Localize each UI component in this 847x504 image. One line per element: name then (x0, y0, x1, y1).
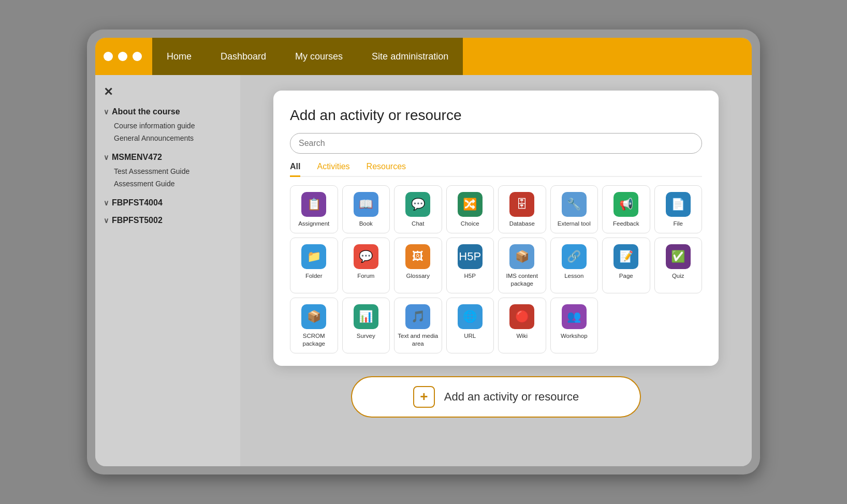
item-card-ims-content-package[interactable]: 📦IMS content package (498, 238, 546, 293)
item-card-chat[interactable]: 💬Chat (394, 185, 442, 233)
add-button-label: Add an activity or resource (444, 390, 579, 404)
item-icon-text-and-media-area: 🎵 (405, 304, 430, 329)
item-card-h5p[interactable]: H5PH5P (446, 238, 494, 293)
item-card-workshop[interactable]: 👥Workshop (550, 298, 598, 353)
item-label-h5p: H5P (464, 272, 476, 280)
item-icon-forum: 💬 (354, 244, 378, 269)
main-area: ✕ ∨ About the course Course information … (95, 75, 752, 466)
item-card-forum[interactable]: 💬Forum (342, 238, 390, 293)
sidebar-heading-msmenv[interactable]: ∨ MSMENV472 (104, 153, 232, 162)
content-pane: Add an activity or resource All Activiti… (240, 75, 752, 466)
sidebar-heading-fbpfst5002-label: FBPFST5002 (112, 216, 163, 225)
item-icon-external-tool: 🔧 (562, 192, 587, 217)
item-label-file: File (673, 220, 683, 228)
screen-inner: Home Dashboard My courses Site administr… (95, 38, 752, 466)
sidebar-heading-fbpfst4004[interactable]: ∨ FBPFST4004 (104, 198, 232, 207)
nav-my-courses[interactable]: My courses (281, 38, 357, 75)
item-card-choice[interactable]: 🔀Choice (446, 185, 494, 233)
chevron-msmenv: ∨ (104, 153, 109, 161)
tab-resources[interactable]: Resources (367, 162, 406, 177)
item-label-page: Page (619, 272, 633, 280)
sidebar-heading-msmenv-label: MSMENV472 (112, 153, 162, 162)
chevron-about: ∨ (104, 108, 109, 116)
sidebar-section-fbpfst4004: ∨ FBPFST4004 (104, 198, 232, 207)
item-label-chat: Chat (412, 220, 424, 228)
topbar: Home Dashboard My courses Site administr… (95, 38, 752, 75)
search-input[interactable] (290, 133, 702, 154)
item-label-forum: Forum (357, 272, 374, 280)
sidebar-link-test-assessment[interactable]: Test Assessment Guide (104, 165, 232, 177)
chevron-fbpfst5002: ∨ (104, 216, 109, 225)
item-icon-choice: 🔀 (458, 192, 483, 217)
item-label-glossary: Glossary (406, 272, 430, 280)
item-card-text-and-media-area[interactable]: 🎵Text and media area (394, 298, 442, 353)
item-icon-h5p: H5P (458, 244, 483, 269)
item-label-folder: Folder (305, 272, 323, 280)
item-icon-ims-content-package: 📦 (509, 244, 534, 269)
dot1 (104, 52, 113, 61)
item-icon-survey: 📊 (354, 304, 378, 329)
item-card-url[interactable]: 🌐URL (446, 298, 494, 353)
tab-all[interactable]: All (290, 162, 300, 177)
nav-dashboard[interactable]: Dashboard (206, 38, 281, 75)
item-icon-glossary: 🖼 (405, 244, 430, 269)
item-card-assignment[interactable]: 📋Assignment (290, 185, 338, 233)
item-label-assignment: Assignment (298, 220, 329, 228)
item-card-wiki[interactable]: 🔴Wiki (498, 298, 546, 353)
item-icon-book: 📖 (354, 192, 378, 217)
sidebar-heading-about[interactable]: ∨ About the course (104, 107, 232, 116)
item-card-page[interactable]: 📝Page (602, 238, 650, 293)
item-label-url: URL (464, 332, 476, 340)
item-label-wiki: Wiki (516, 332, 528, 340)
item-label-workshop: Workshop (561, 332, 588, 340)
items-grid: 📋Assignment📖Book💬Chat🔀Choice🗄Database🔧Ex… (290, 185, 702, 353)
item-icon-lesson: 🔗 (562, 244, 587, 269)
item-icon-file: 📄 (666, 192, 691, 217)
nav-site-admin[interactable]: Site administration (357, 38, 463, 75)
dot2 (118, 52, 127, 61)
window-controls (104, 52, 142, 61)
nav-home[interactable]: Home (152, 38, 206, 75)
sidebar-heading-fbpfst5002[interactable]: ∨ FBPFST5002 (104, 216, 232, 225)
tab-activities[interactable]: Activities (317, 162, 349, 177)
add-activity-button[interactable]: + Add an activity or resource (351, 376, 641, 418)
activity-modal: Add an activity or resource All Activiti… (273, 91, 719, 366)
item-card-glossary[interactable]: 🖼Glossary (394, 238, 442, 293)
sidebar-heading-fbpfst4004-label: FBPFST4004 (112, 198, 163, 207)
close-button[interactable]: ✕ (104, 85, 113, 99)
item-label-quiz: Quiz (672, 272, 684, 280)
sidebar: ✕ ∨ About the course Course information … (95, 75, 240, 466)
item-label-feedback: Feedback (613, 220, 639, 228)
item-card-survey[interactable]: 📊Survey (342, 298, 390, 353)
sidebar-link-assessment-guide[interactable]: Assessment Guide (104, 177, 232, 190)
item-icon-quiz: ✅ (666, 244, 691, 269)
item-icon-workshop: 👥 (562, 304, 587, 329)
item-label-text-and-media-area: Text and media area (398, 332, 439, 348)
sidebar-link-announcements[interactable]: General Announcements (104, 132, 232, 144)
sidebar-section-msmenv: ∨ MSMENV472 Test Assessment Guide Assess… (104, 153, 232, 190)
item-label-external-tool: External tool (558, 220, 591, 228)
tabs: All Activities Resources (290, 161, 702, 177)
dot3 (133, 52, 142, 61)
item-card-scrom-package[interactable]: 📦SCROM package (290, 298, 338, 353)
item-card-lesson[interactable]: 🔗Lesson (550, 238, 598, 293)
item-icon-assignment: 📋 (301, 192, 326, 217)
item-card-database[interactable]: 🗄Database (498, 185, 546, 233)
item-label-choice: Choice (461, 220, 479, 228)
chevron-fbpfst4004: ∨ (104, 199, 109, 207)
item-card-external-tool[interactable]: 🔧External tool (550, 185, 598, 233)
item-icon-url: 🌐 (458, 304, 483, 329)
item-label-lesson: Lesson (564, 272, 583, 280)
item-icon-feedback: 📢 (614, 192, 638, 217)
item-card-book[interactable]: 📖Book (342, 185, 390, 233)
sidebar-section-about: ∨ About the course Course information gu… (104, 107, 232, 144)
item-card-quiz[interactable]: ✅Quiz (654, 238, 703, 293)
item-icon-folder: 📁 (301, 244, 326, 269)
item-icon-chat: 💬 (405, 192, 430, 217)
item-icon-scrom-package: 📦 (301, 304, 326, 329)
item-card-folder[interactable]: 📁Folder (290, 238, 338, 293)
item-label-ims-content-package: IMS content package (502, 272, 543, 288)
sidebar-link-course-info[interactable]: Course information guide (104, 120, 232, 132)
item-card-file[interactable]: 📄File (654, 185, 703, 233)
item-card-feedback[interactable]: 📢Feedback (602, 185, 650, 233)
